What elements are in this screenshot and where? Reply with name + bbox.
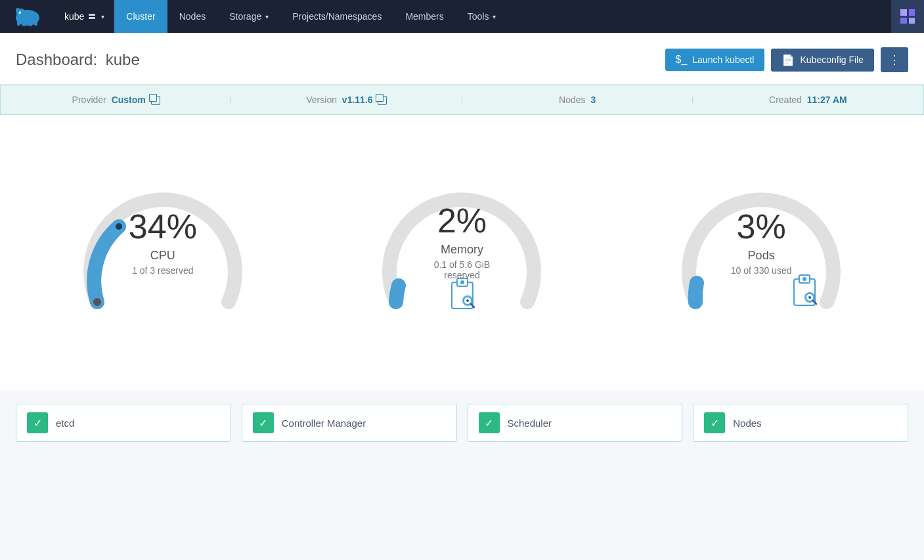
controller-check-icon: ✓: [253, 412, 274, 433]
nav-nodes[interactable]: Nodes: [167, 0, 217, 33]
more-options-button[interactable]: ⋮: [881, 47, 908, 72]
svg-rect-9: [89, 14, 95, 16]
document-icon: 📄: [781, 54, 795, 66]
svg-rect-10: [89, 17, 95, 19]
status-card-controller-manager: ✓ Controller Manager: [242, 404, 457, 442]
status-card-etcd: ✓ etcd: [16, 404, 231, 442]
tools-dropdown-arrow: ▾: [493, 13, 496, 20]
gauges-section: 34% CPU 1 of 3 reserved: [0, 115, 924, 391]
svg-point-13: [93, 298, 101, 306]
cpu-gauge: 34% CPU 1 of 3 reserved: [64, 177, 261, 322]
nav-items: Cluster Nodes Storage ▾ Projects/Namespa…: [114, 0, 508, 33]
cpu-percent: 34%: [129, 210, 197, 244]
launch-kubectl-button[interactable]: $_ Launch kubectl: [665, 49, 765, 71]
info-version: Version v1.11.6: [231, 95, 462, 105]
info-bar: Provider Custom Version v1.11.6 Nodes 3 …: [0, 85, 924, 115]
cluster-name: kube: [64, 11, 84, 22]
nav-tools[interactable]: Tools ▾: [456, 0, 508, 33]
status-card-scheduler: ✓ Scheduler: [468, 404, 683, 442]
svg-point-20: [466, 299, 469, 302]
page-header: Dashboard: kube $_ Launch kubectl 📄 Kube…: [0, 33, 924, 85]
memory-gauge-center: 2% Memory 0.1 of 5.6 GiB reserved: [416, 204, 508, 280]
nav-cluster[interactable]: Cluster: [114, 0, 167, 33]
more-icon: ⋮: [889, 53, 900, 66]
server-icon: [88, 12, 96, 20]
scheduler-check-icon: ✓: [479, 412, 500, 433]
svg-rect-5: [22, 22, 26, 26]
svg-rect-7: [34, 21, 37, 26]
navbar-right: [891, 0, 924, 33]
storage-dropdown-arrow: ▾: [265, 13, 269, 20]
memory-percent: 2%: [416, 204, 508, 238]
etcd-check-icon: ✓: [27, 412, 48, 433]
cpu-gauge-container: 34% CPU 1 of 3 reserved: [71, 177, 255, 322]
brand-logo[interactable]: [0, 0, 55, 33]
kubeconfig-button[interactable]: 📄 Kubeconfig File: [771, 49, 874, 72]
controller-label: Controller Manager: [282, 418, 366, 429]
cluster-selector[interactable]: kube ▾: [55, 0, 114, 33]
page-title: Dashboard: kube: [16, 51, 140, 69]
cpu-sub: 1 of 3 reserved: [129, 266, 197, 276]
pods-label: Pods: [731, 249, 792, 263]
navbar: kube ▾ Cluster Nodes Storage ▾ Projects/…: [0, 0, 924, 33]
pods-percent: 3%: [731, 210, 792, 244]
svg-point-24: [803, 277, 806, 281]
grid-icon: [900, 9, 915, 24]
svg-point-12: [116, 223, 122, 230]
info-provider: Provider Custom: [1, 95, 231, 105]
nav-projects[interactable]: Projects/Namespaces: [280, 0, 393, 33]
copy-provider-icon[interactable]: [151, 96, 160, 105]
info-created: Created 11:27 AM: [693, 95, 923, 105]
memory-label: Memory: [416, 243, 508, 257]
pods-sub: 10 of 330 used: [731, 266, 792, 276]
app-grid-button[interactable]: [891, 0, 924, 33]
memory-gauge-container: 2% Memory 0.1 of 5.6 GiB reserved: [370, 177, 554, 322]
nav-storage[interactable]: Storage ▾: [217, 0, 280, 33]
cluster-dropdown-arrow: ▾: [101, 13, 104, 20]
pods-gauge-container: 3% Pods 10 of 330 used: [669, 177, 853, 322]
header-buttons: $_ Launch kubectl 📄 Kubeconfig File ⋮: [665, 47, 909, 72]
terminal-icon: $_: [676, 54, 688, 66]
status-card-nodes: ✓ Nodes: [693, 404, 908, 442]
cpu-label: CPU: [129, 249, 197, 263]
status-section: ✓ etcd ✓ Controller Manager ✓ Scheduler …: [0, 391, 924, 455]
svg-point-17: [460, 280, 464, 284]
nodes-status-label: Nodes: [733, 418, 761, 429]
svg-point-27: [808, 296, 811, 299]
pods-gauge-center: 3% Pods 10 of 330 used: [731, 210, 792, 276]
info-nodes: Nodes 3: [462, 95, 693, 105]
nav-members[interactable]: Members: [393, 0, 455, 33]
scheduler-label: Scheduler: [508, 418, 552, 429]
svg-point-8: [16, 8, 20, 13]
svg-rect-4: [17, 21, 20, 26]
hippo-logo-svg: [11, 5, 45, 28]
svg-rect-6: [29, 22, 32, 26]
etcd-label: etcd: [56, 418, 74, 429]
nodes-check-icon: ✓: [704, 412, 725, 433]
memory-gauge: 2% Memory 0.1 of 5.6 GiB reserved: [363, 177, 560, 322]
pods-gauge: 3% Pods 10 of 330 used: [663, 177, 860, 322]
copy-version-icon[interactable]: [378, 96, 387, 105]
memory-sub: 0.1 of 5.6 GiB reserved: [416, 259, 508, 280]
cpu-gauge-center: 34% CPU 1 of 3 reserved: [129, 210, 197, 276]
